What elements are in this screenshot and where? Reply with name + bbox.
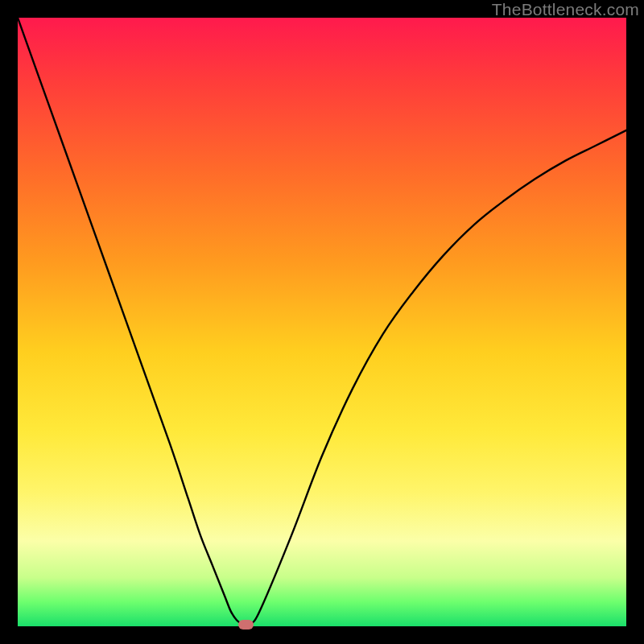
plot-area [18,18,626,626]
watermark-text: TheBottleneck.com [492,0,639,19]
chart-frame: TheBottleneck.com [0,0,644,644]
curve-layer [18,18,626,626]
bottleneck-curve [18,18,626,626]
optimal-point-marker [238,620,254,630]
